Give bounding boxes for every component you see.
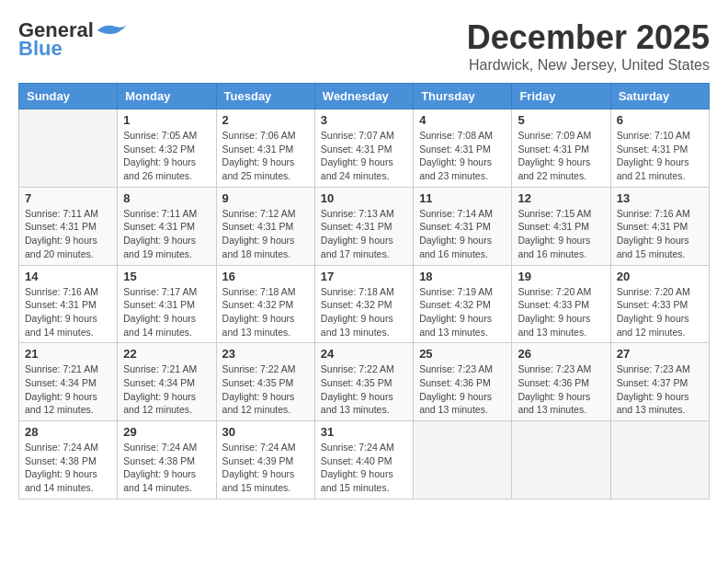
- calendar-cell: 14Sunrise: 7:16 AM Sunset: 4:31 PM Dayli…: [19, 265, 118, 343]
- calendar-header-wednesday: Wednesday: [314, 84, 413, 109]
- day-number: 20: [617, 270, 703, 283]
- day-info: Sunrise: 7:13 AM Sunset: 4:31 PM Dayligh…: [321, 207, 407, 261]
- calendar-cell: 20Sunrise: 7:20 AM Sunset: 4:33 PM Dayli…: [610, 265, 709, 343]
- day-number: 17: [321, 270, 407, 283]
- calendar-cell: [512, 421, 610, 500]
- day-number: 11: [419, 191, 506, 205]
- calendar-cell: 12Sunrise: 7:15 AM Sunset: 4:31 PM Dayli…: [512, 187, 610, 265]
- calendar-cell: 30Sunrise: 7:24 AM Sunset: 4:39 PM Dayli…: [216, 421, 314, 500]
- day-number: 9: [222, 191, 309, 205]
- calendar-header-thursday: Thursday: [414, 84, 512, 109]
- logo-blue: Blue: [18, 37, 63, 61]
- day-info: Sunrise: 7:20 AM Sunset: 4:33 PM Dayligh…: [617, 285, 703, 339]
- day-info: Sunrise: 7:24 AM Sunset: 4:38 PM Dayligh…: [25, 441, 111, 495]
- calendar-cell: 6Sunrise: 7:10 AM Sunset: 4:31 PM Daylig…: [610, 109, 709, 188]
- calendar-cell: 17Sunrise: 7:18 AM Sunset: 4:32 PM Dayli…: [314, 265, 413, 343]
- calendar-week-row-2: 7Sunrise: 7:11 AM Sunset: 4:31 PM Daylig…: [19, 187, 710, 265]
- day-info: Sunrise: 7:19 AM Sunset: 4:32 PM Dayligh…: [419, 285, 506, 339]
- calendar-cell: [414, 421, 512, 500]
- location-title: Hardwick, New Jersey, United States: [467, 57, 710, 74]
- day-info: Sunrise: 7:23 AM Sunset: 4:36 PM Dayligh…: [518, 362, 604, 417]
- calendar-cell: 3Sunrise: 7:07 AM Sunset: 4:31 PM Daylig…: [314, 109, 413, 188]
- day-number: 30: [222, 425, 309, 439]
- calendar-header-friday: Friday: [512, 84, 610, 109]
- calendar-cell: 29Sunrise: 7:24 AM Sunset: 4:38 PM Dayli…: [118, 421, 216, 500]
- day-number: 10: [321, 191, 407, 205]
- day-number: 1: [123, 113, 210, 127]
- calendar-header-tuesday: Tuesday: [216, 84, 314, 109]
- day-info: Sunrise: 7:16 AM Sunset: 4:31 PM Dayligh…: [617, 207, 703, 261]
- day-number: 7: [25, 191, 111, 205]
- day-info: Sunrise: 7:05 AM Sunset: 4:32 PM Dayligh…: [123, 129, 210, 183]
- day-number: 25: [419, 347, 506, 361]
- day-info: Sunrise: 7:17 AM Sunset: 4:31 PM Dayligh…: [123, 285, 210, 339]
- day-number: 31: [321, 425, 407, 439]
- page-header: General Blue December 2025 Hardwick, New…: [18, 18, 710, 74]
- day-info: Sunrise: 7:08 AM Sunset: 4:31 PM Dayligh…: [419, 129, 506, 183]
- calendar-week-row-5: 28Sunrise: 7:24 AM Sunset: 4:38 PM Dayli…: [19, 421, 710, 500]
- day-number: 13: [617, 191, 703, 205]
- calendar-week-row-3: 14Sunrise: 7:16 AM Sunset: 4:31 PM Dayli…: [19, 265, 710, 343]
- calendar-header-monday: Monday: [118, 84, 216, 109]
- day-info: Sunrise: 7:06 AM Sunset: 4:31 PM Dayligh…: [222, 129, 309, 183]
- day-info: Sunrise: 7:21 AM Sunset: 4:34 PM Dayligh…: [25, 362, 111, 417]
- day-number: 2: [222, 113, 309, 127]
- title-area: December 2025 Hardwick, New Jersey, Unit…: [467, 18, 710, 74]
- day-number: 19: [518, 270, 604, 283]
- calendar-cell: 25Sunrise: 7:23 AM Sunset: 4:36 PM Dayli…: [414, 343, 512, 421]
- calendar-cell: 26Sunrise: 7:23 AM Sunset: 4:36 PM Dayli…: [512, 343, 610, 421]
- day-info: Sunrise: 7:22 AM Sunset: 4:35 PM Dayligh…: [222, 362, 309, 417]
- calendar-header-row: SundayMondayTuesdayWednesdayThursdayFrid…: [19, 84, 710, 109]
- day-info: Sunrise: 7:22 AM Sunset: 4:35 PM Dayligh…: [321, 362, 407, 417]
- day-info: Sunrise: 7:18 AM Sunset: 4:32 PM Dayligh…: [222, 285, 309, 339]
- day-info: Sunrise: 7:07 AM Sunset: 4:31 PM Dayligh…: [321, 129, 407, 183]
- day-info: Sunrise: 7:11 AM Sunset: 4:31 PM Dayligh…: [123, 207, 210, 261]
- day-info: Sunrise: 7:24 AM Sunset: 4:39 PM Dayligh…: [222, 441, 309, 495]
- day-number: 21: [25, 347, 111, 361]
- calendar-header-saturday: Saturday: [610, 84, 709, 109]
- day-number: 3: [321, 113, 407, 127]
- calendar-cell: 1Sunrise: 7:05 AM Sunset: 4:32 PM Daylig…: [118, 109, 216, 188]
- day-number: 18: [419, 270, 506, 283]
- day-info: Sunrise: 7:14 AM Sunset: 4:31 PM Dayligh…: [419, 207, 506, 261]
- day-info: Sunrise: 7:16 AM Sunset: 4:31 PM Dayligh…: [25, 285, 111, 339]
- day-number: 26: [518, 347, 604, 361]
- calendar-cell: 11Sunrise: 7:14 AM Sunset: 4:31 PM Dayli…: [414, 187, 512, 265]
- day-info: Sunrise: 7:20 AM Sunset: 4:33 PM Dayligh…: [518, 285, 604, 339]
- day-number: 12: [518, 191, 604, 205]
- calendar-cell: [19, 109, 118, 188]
- calendar-cell: 28Sunrise: 7:24 AM Sunset: 4:38 PM Dayli…: [19, 421, 118, 500]
- day-info: Sunrise: 7:21 AM Sunset: 4:34 PM Dayligh…: [123, 362, 210, 417]
- day-number: 5: [518, 113, 604, 127]
- day-number: 6: [617, 113, 703, 127]
- day-number: 22: [123, 347, 210, 361]
- day-info: Sunrise: 7:11 AM Sunset: 4:31 PM Dayligh…: [25, 207, 111, 261]
- calendar-header-sunday: Sunday: [19, 84, 118, 109]
- day-info: Sunrise: 7:15 AM Sunset: 4:31 PM Dayligh…: [518, 207, 604, 261]
- calendar-cell: 4Sunrise: 7:08 AM Sunset: 4:31 PM Daylig…: [414, 109, 512, 188]
- day-info: Sunrise: 7:24 AM Sunset: 4:40 PM Dayligh…: [321, 441, 407, 495]
- day-number: 27: [617, 347, 703, 361]
- day-info: Sunrise: 7:12 AM Sunset: 4:31 PM Dayligh…: [222, 207, 309, 261]
- day-number: 16: [222, 270, 309, 283]
- logo-bird-icon: [94, 21, 127, 40]
- calendar-week-row-1: 1Sunrise: 7:05 AM Sunset: 4:32 PM Daylig…: [19, 109, 710, 188]
- calendar-cell: 23Sunrise: 7:22 AM Sunset: 4:35 PM Dayli…: [216, 343, 314, 421]
- calendar-cell: 13Sunrise: 7:16 AM Sunset: 4:31 PM Dayli…: [610, 187, 709, 265]
- calendar-cell: 7Sunrise: 7:11 AM Sunset: 4:31 PM Daylig…: [19, 187, 118, 265]
- calendar-cell: 8Sunrise: 7:11 AM Sunset: 4:31 PM Daylig…: [118, 187, 216, 265]
- day-info: Sunrise: 7:18 AM Sunset: 4:32 PM Dayligh…: [321, 285, 407, 339]
- day-number: 14: [25, 270, 111, 283]
- day-info: Sunrise: 7:10 AM Sunset: 4:31 PM Dayligh…: [617, 129, 703, 183]
- day-info: Sunrise: 7:09 AM Sunset: 4:31 PM Dayligh…: [518, 129, 604, 183]
- calendar-cell: 19Sunrise: 7:20 AM Sunset: 4:33 PM Dayli…: [512, 265, 610, 343]
- calendar-cell: 18Sunrise: 7:19 AM Sunset: 4:32 PM Dayli…: [414, 265, 512, 343]
- day-info: Sunrise: 7:24 AM Sunset: 4:38 PM Dayligh…: [123, 441, 210, 495]
- day-number: 8: [123, 191, 210, 205]
- calendar-cell: 27Sunrise: 7:23 AM Sunset: 4:37 PM Dayli…: [610, 343, 709, 421]
- month-title: December 2025: [467, 18, 710, 57]
- calendar-cell: 5Sunrise: 7:09 AM Sunset: 4:31 PM Daylig…: [512, 109, 610, 188]
- calendar-table: SundayMondayTuesdayWednesdayThursdayFrid…: [18, 83, 710, 500]
- calendar-week-row-4: 21Sunrise: 7:21 AM Sunset: 4:34 PM Dayli…: [19, 343, 710, 421]
- day-number: 29: [123, 425, 210, 439]
